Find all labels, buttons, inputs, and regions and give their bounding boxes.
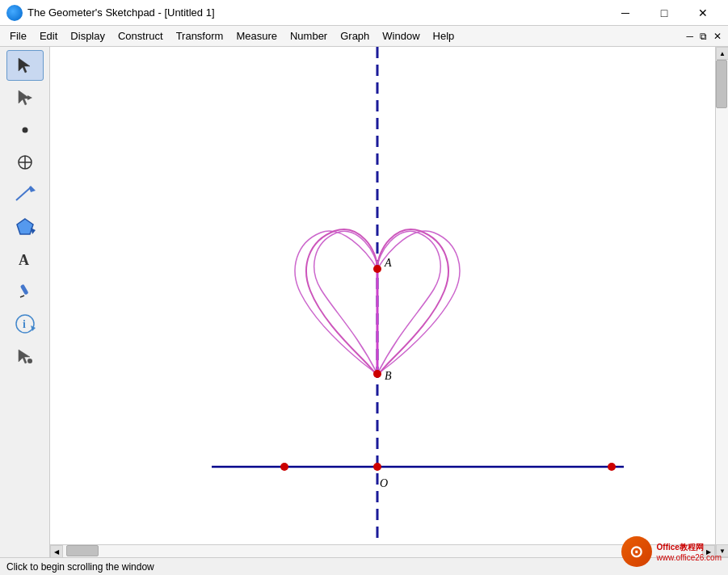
hscroll-thumb[interactable] [66,545,99,556]
watermark: ⊙ Office教程网 www.office26.com [621,543,722,573]
menu-number[interactable]: Number [284,28,334,44]
arrow-translate-tool[interactable] [6,82,44,113]
main-area: A i [0,47,728,557]
point-tool[interactable] [6,115,44,145]
point-b-dot [373,370,381,378]
inner-close[interactable]: ✕ [710,31,725,42]
point-a-dot [373,265,381,273]
svg-marker-2 [27,95,32,100]
watermark-text: Office教程网 www.office26.com [657,542,722,562]
toolbar: A i [0,47,50,557]
menu-display[interactable]: Display [64,28,112,44]
svg-line-13 [20,296,24,297]
point-right-dot [608,463,616,471]
hscroll-track[interactable] [63,545,702,557]
svg-text:A: A [19,252,29,268]
svg-line-7 [16,187,31,200]
watermark-line1: Office教程网 [657,542,704,553]
menu-bar: File Edit Display Construct Transform Me… [0,26,728,47]
point-b-label: B [385,370,392,382]
window-title: The Geometer's Sketchpad - [Untitled 1] [27,6,607,19]
point-o-dot [373,463,381,471]
close-button[interactable]: ✕ [684,0,722,26]
canvas-svg: A B O [50,47,715,557]
maximize-button[interactable]: □ [646,0,683,26]
watermark-icon: ⊙ [621,536,652,567]
inner-minimize[interactable]: ─ [683,31,696,42]
menu-transform[interactable]: Transform [170,28,230,44]
svg-marker-9 [17,219,33,234]
menu-measure[interactable]: Measure [229,28,284,44]
svg-marker-8 [29,186,36,192]
hscroll-left-button[interactable]: ◀ [50,545,63,557]
horizontal-scrollbar[interactable]: ◀ ▶ [50,544,715,557]
point-a-label: A [384,257,392,269]
vertical-scrollbar[interactable]: ▲ ▼ [715,47,728,557]
status-bar: Click to begin scrolling the window ⊙ Of… [0,557,728,575]
status-text: Click to begin scrolling the window [6,561,722,573]
inner-maximize[interactable]: ⧉ [696,31,710,42]
vscroll-up-button[interactable]: ▲ [716,47,728,60]
vscroll-track[interactable] [716,60,728,544]
polygon-tool[interactable] [6,212,44,242]
menu-file[interactable]: File [3,28,33,44]
menu-window[interactable]: Window [376,28,426,44]
compass-tool[interactable] [6,147,44,178]
menu-graph[interactable]: Graph [334,28,376,44]
app-icon [6,5,23,21]
canvas-area[interactable]: A B O ◀ ▶ [50,47,715,557]
svg-point-3 [22,128,27,133]
info-tool[interactable]: i [6,308,44,339]
point-left-dot [280,463,288,471]
window-controls: ─ □ ✕ [607,0,722,26]
custom-tool[interactable] [6,341,44,371]
watermark-line2: www.office26.com [657,553,722,562]
svg-rect-12 [19,284,28,296]
marker-tool[interactable] [6,276,44,307]
menu-help[interactable]: Help [427,28,461,44]
vscroll-thumb[interactable] [716,60,727,108]
title-bar: The Geometer's Sketchpad - [Untitled 1] … [0,0,728,26]
menu-construct[interactable]: Construct [112,28,170,44]
straightedge-tool[interactable] [6,179,44,210]
point-o-label: O [380,477,388,489]
svg-text:i: i [23,318,26,330]
svg-marker-0 [19,58,30,73]
menu-edit[interactable]: Edit [33,28,64,44]
minimize-button[interactable]: ─ [607,0,644,26]
text-tool[interactable]: A [6,244,44,275]
arrow-select-tool[interactable] [6,50,44,81]
